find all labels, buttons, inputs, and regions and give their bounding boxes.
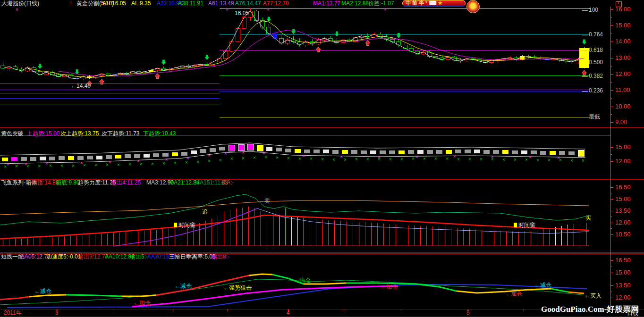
price-scale-label: 16.50 [615, 184, 631, 190]
price-scale-label: 13.50 [615, 208, 631, 214]
header-field: AH:16.05 [102, 0, 126, 7]
signal-annotation: ←加仓 [134, 300, 151, 306]
panel-header-field: 上趋势:15.00 [27, 131, 59, 137]
price-scale-label: 12.00 [615, 294, 631, 300]
price-scale-label: 15.00 [615, 22, 631, 28]
fib-label: 0.236 [589, 88, 603, 94]
price-scale-label: 15.00 [615, 144, 631, 150]
time-window-marker [514, 223, 517, 227]
header-field: AL:9.35 [131, 0, 151, 7]
header-field: A38:11.91 [178, 0, 203, 7]
ime-part-0[interactable]: 中 [406, 0, 411, 6]
stock-title: 大港股份(日线) [1, 0, 39, 7]
ime-part-3[interactable]: ° [425, 0, 427, 6]
price-scale-label: 15.00 [615, 196, 631, 202]
chart-annotation: 时间窗 [178, 222, 195, 228]
app-root: ××××××××××××××××××××××××××××××××××××××××… [0, 0, 644, 317]
panel-header-field: 输出4:11.25 [111, 180, 141, 186]
header-field: 价差:-1.07 [368, 0, 394, 7]
chart-annotation: 追 [202, 209, 208, 215]
ime-part-5[interactable]: ★ [438, 0, 442, 6]
panel-header-field: 次上趋势:13.75 [60, 131, 99, 137]
fib-label: 最低 [589, 114, 600, 120]
signal-annotation: ←减仓 [34, 288, 51, 294]
chart-annotation: 买 [585, 215, 591, 221]
panel-header-field: 输出8:- [212, 254, 229, 260]
price-scale-label: 16.50 [615, 257, 631, 263]
chart-annotation: 卖 [264, 198, 270, 204]
panel-header-field: 强A:- [221, 180, 234, 186]
signal-annotation: ←加仓 [381, 284, 398, 290]
panel-header-field: 加速度5:-0.01 [46, 254, 81, 260]
header-field: A76:14.47 [235, 0, 261, 7]
watermark: GoodGuPiao.Com-好股票网 [541, 304, 639, 315]
price-scale-label: 15.00 [615, 269, 631, 275]
fib-label: 100 [589, 7, 598, 13]
panel-header-field: 次下趋势:11.73 [102, 131, 139, 137]
chart-annotation: 16.05 [235, 10, 249, 17]
signal-annotation: ←加仓 [505, 291, 522, 297]
fib-label: 0.764 [589, 32, 603, 38]
panel-header-field: 箱底:9.80 [56, 180, 80, 186]
price-scale-label: 14.00 [615, 38, 631, 44]
fib-label: 0.382 [589, 73, 603, 79]
price-scale-label: 12.00 [615, 71, 631, 77]
signal-annotation: ←清仓 [294, 277, 311, 284]
price-scale-label: 11.00 [615, 87, 630, 93]
price-scale-label: 12.00 [615, 158, 631, 164]
panel-header-field: 输出3:12.77 [78, 254, 108, 260]
price-scale-label: 9.00 [615, 119, 627, 125]
axis-date-label: 5 [466, 310, 470, 316]
fib-label: 0.500 [589, 59, 603, 66]
panel-header-field: 趋势力度:11.25 [78, 180, 116, 186]
axis-year-label: 2011年 [4, 310, 22, 316]
axis-date-label: 3 [55, 310, 59, 316]
overlay-layer: 大港股份(日线) ↑ 黄金分割(5,10) 2011年 日线 GoodGuPia… [0, 0, 644, 317]
price-scale-label: 13.50 [615, 282, 631, 288]
panel-header-field: 箱顶:14.88 [32, 180, 59, 186]
chart-annotation: 时间窗 [518, 222, 535, 228]
header-field: A61:13.49 [208, 0, 234, 7]
crest-logo-icon [466, 0, 480, 13]
price-scale-label: 13.00 [615, 55, 631, 61]
panel-header-field: 输出5:- [130, 254, 148, 260]
ime-part-2[interactable]: 半 [419, 0, 424, 6]
panel-header-field: 三拾日乖离率:5.05 [169, 254, 216, 260]
header-field: A77:12.70 [263, 0, 289, 7]
ime-part-1[interactable]: 简 [412, 0, 417, 6]
header-field: MA1:12.77 [313, 0, 340, 7]
price-scale-label: 10.50 [615, 231, 631, 237]
axis-date-label: 4 [287, 310, 290, 316]
fib-label: 0.618 [589, 47, 603, 53]
price-scale-label: 12.00 [615, 219, 631, 225]
up-arrow-icon: ↑ [69, 0, 72, 6]
price-scale-label: 10.00 [615, 103, 631, 109]
header-field: MA2:12.88 [341, 0, 369, 7]
panel-header-field: 短线一绝 [1, 254, 24, 260]
ime-part-4[interactable]: ⌨ [429, 0, 436, 6]
panel-header-field: 下趋势:10.43 [143, 131, 176, 137]
time-window-marker [174, 223, 177, 227]
float-window-icon[interactable] [616, 1, 622, 7]
panel-header-field: 黄色突破 [1, 131, 24, 137]
signal-annotation: ←减仓 [534, 282, 551, 288]
chart-annotation: ←14.40 [71, 83, 91, 89]
signal-annotation: ←强势狙击 [223, 285, 252, 291]
signal-annotation: ←买入 [585, 293, 602, 299]
ime-toolbar[interactable]: 中简半°⌨★ [402, 0, 466, 7]
signal-annotation: ←减仓 [175, 283, 192, 289]
